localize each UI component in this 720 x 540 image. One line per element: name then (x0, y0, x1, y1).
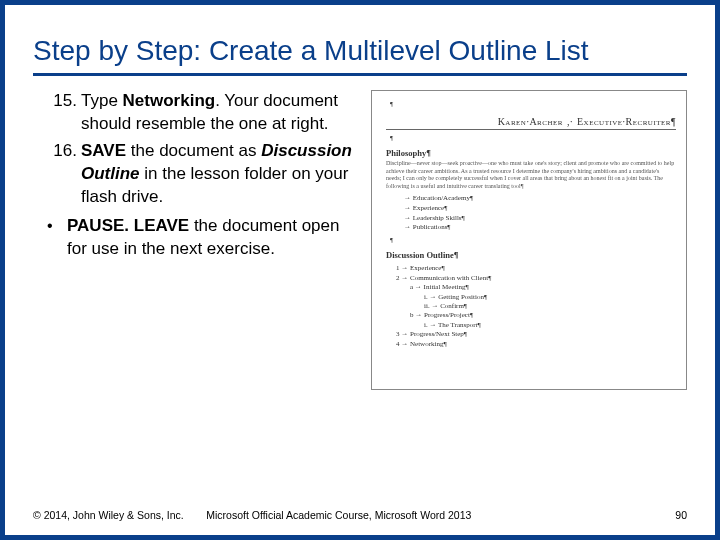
document-preview: ¶ Karen·Archer,·Executive·Recruiter¶ ¶ P… (371, 90, 687, 390)
doc-name-role: Executive·Recruiter¶ (577, 116, 676, 127)
pilcrow-icon: ¶ (390, 100, 676, 108)
footer-page-number: 90 (675, 509, 687, 521)
doc-outline-item: 4 → Networking¶ (396, 340, 676, 349)
doc-arrow-item: Publications¶ (404, 223, 676, 233)
pilcrow-icon: ¶ (390, 134, 676, 142)
footer: © 2014, John Wiley & Sons, Inc. Microsof… (33, 509, 687, 521)
doc-arrow-list: Education/Academy¶Experience¶Leadership … (404, 194, 676, 233)
step-number: 16. (43, 140, 77, 163)
pilcrow-icon: ¶ (390, 236, 676, 244)
doc-outline-item: ii. → Confirm¶ (424, 302, 676, 311)
doc-outline-item: b → Progress/Project¶ (410, 311, 676, 320)
doc-outline-item: i. → The Transport¶ (424, 321, 676, 330)
doc-arrow-item: Education/Academy¶ (404, 194, 676, 204)
step-text: Type Networking. Your document should re… (81, 91, 338, 133)
step-item: 16. SAVE the document as Discussion Outl… (81, 140, 363, 209)
doc-outline-item: 3 → Progress/Next Step¶ (396, 330, 676, 339)
doc-outline-item: i. → Getting Position¶ (424, 293, 676, 302)
doc-header: Karen·Archer,·Executive·Recruiter¶ (386, 116, 676, 130)
doc-outline-item: 2 → Communication with Client¶ (396, 274, 676, 283)
title-underline (33, 73, 687, 76)
doc-outline: 1 → Experience¶2 → Communication with Cl… (392, 264, 676, 349)
doc-name-sep: ,· (567, 116, 573, 127)
doc-arrow-item: Experience¶ (404, 204, 676, 214)
slide-title: Step by Step: Create a Multilevel Outlin… (33, 35, 687, 67)
step-item: 15.Type Networking. Your document should… (81, 90, 363, 136)
slide: Step by Step: Create a Multilevel Outlin… (0, 0, 720, 540)
footer-course: Microsoft Official Academic Course, Micr… (206, 509, 471, 521)
pause-bullet: • PAUSE. LEAVE the document open for use… (33, 215, 363, 261)
step-number: 15. (43, 90, 77, 113)
footer-copyright: © 2014, John Wiley & Sons, Inc. (33, 509, 184, 521)
doc-outline-item: 1 → Experience¶ (396, 264, 676, 273)
bullet-dot-icon: • (47, 215, 53, 237)
step-text: SAVE the document as Discussion Outline … (81, 141, 352, 206)
doc-paragraph: Discipline—never stop—seek proactive—one… (386, 160, 676, 190)
content-row: 15.Type Networking. Your document should… (33, 90, 687, 390)
doc-heading-outline: Discussion Outline¶ (386, 250, 676, 260)
steps-list: 15.Type Networking. Your document should… (33, 90, 363, 209)
doc-outline-item: a → Initial Meeting¶ (410, 283, 676, 292)
pause-text: PAUSE. LEAVE the document open for use i… (67, 216, 339, 258)
doc-heading-philosophy: Philosophy¶ (386, 148, 676, 158)
instructions-column: 15.Type Networking. Your document should… (33, 90, 363, 390)
doc-name-first: Karen·Archer (498, 116, 563, 127)
doc-arrow-item: Leadership Skills¶ (404, 214, 676, 224)
